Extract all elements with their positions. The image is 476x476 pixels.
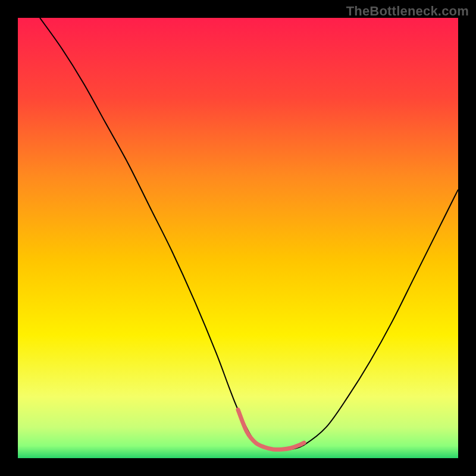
chart-svg [18,18,458,458]
watermark-text: TheBottleneck.com [346,4,469,19]
chart-frame: TheBottleneck.com [0,0,476,476]
plot-area [18,18,458,458]
